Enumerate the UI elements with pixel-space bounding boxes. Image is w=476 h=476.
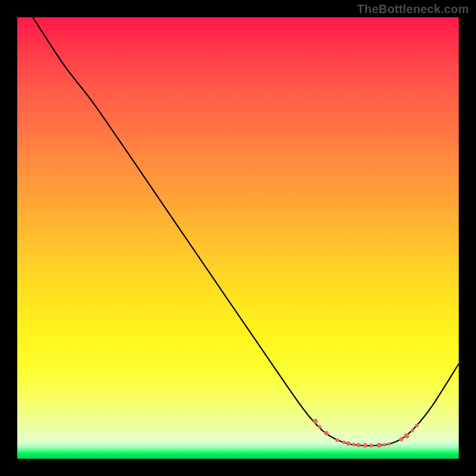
- data-marker: [313, 419, 318, 424]
- data-marker: [411, 429, 414, 433]
- data-marker: [363, 443, 368, 448]
- marker-group: [313, 419, 419, 448]
- data-marker: [387, 443, 390, 446]
- data-marker: [346, 441, 350, 446]
- data-marker: [415, 424, 419, 427]
- bottleneck-curve: [33, 17, 459, 446]
- attribution-text: TheBottleneck.com: [357, 2, 469, 16]
- data-marker: [318, 425, 321, 429]
- data-marker: [352, 443, 355, 446]
- data-marker: [324, 431, 329, 436]
- data-marker: [383, 443, 387, 446]
- data-marker: [342, 441, 346, 444]
- data-marker: [377, 443, 381, 447]
- data-marker: [404, 433, 409, 439]
- data-marker: [399, 437, 403, 441]
- data-marker: [356, 443, 361, 447]
- chart-overlay: [17, 17, 459, 459]
- data-marker: [336, 439, 339, 442]
- data-marker: [369, 444, 373, 447]
